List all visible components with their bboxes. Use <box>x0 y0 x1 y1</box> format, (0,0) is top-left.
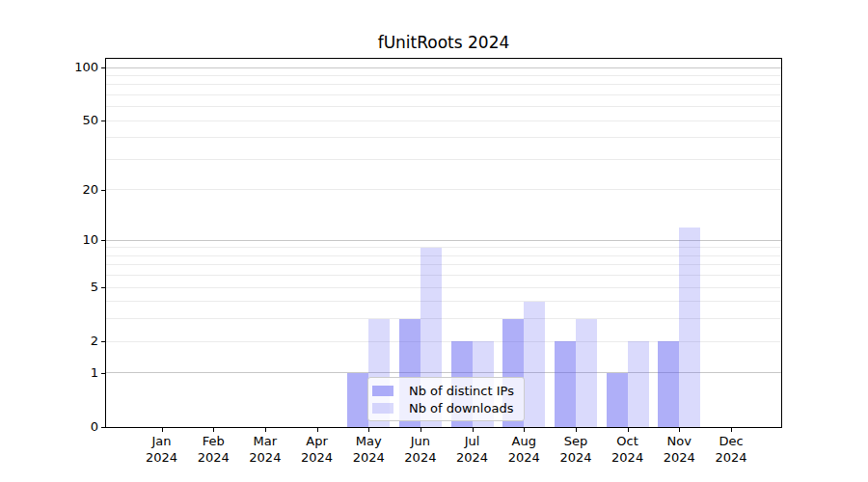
bar-nb-of-downloads-sep <box>576 319 597 427</box>
legend-swatch-distinct-ips <box>372 386 393 396</box>
legend-label-downloads: Nb of downloads <box>409 401 513 415</box>
y-tick-0 <box>101 427 106 428</box>
y-tick-100 <box>101 67 106 68</box>
y-tick-20 <box>101 190 106 191</box>
x-tick-label-oct: Oct 2024 <box>602 433 654 466</box>
bar-nb-of-distinct-ips-nov <box>658 341 679 427</box>
chart-title: fUnitRoots 2024 <box>106 33 781 52</box>
x-tick-label-sep: Sep 2024 <box>550 433 602 466</box>
y-tick-50 <box>101 120 106 121</box>
x-tick-mar <box>265 428 266 432</box>
y-tick-label-0: 0 <box>56 419 98 435</box>
y-tick-label-50: 50 <box>56 113 98 128</box>
legend: Nb of distinct IPs Nb of downloads <box>367 377 525 421</box>
bar-nb-of-distinct-ips-oct <box>607 373 628 427</box>
y-tick-label-100: 100 <box>56 60 98 75</box>
y-tick-10 <box>101 240 106 241</box>
x-tick-label-apr: Apr 2024 <box>291 433 343 466</box>
legend-item-distinct-ips: Nb of distinct IPs <box>372 383 518 398</box>
x-tick-feb <box>213 428 214 432</box>
y-tick-label-10: 10 <box>56 232 98 248</box>
bar-nb-of-distinct-ips-may <box>347 373 368 427</box>
x-tick-oct <box>628 428 629 432</box>
gridline-minor-70 <box>106 94 781 95</box>
x-tick-jul <box>473 428 474 432</box>
x-tick-dec <box>731 428 732 432</box>
bar-nb-of-downloads-aug <box>524 302 545 427</box>
x-tick-aug <box>524 428 525 432</box>
gridline-minor-30 <box>106 159 781 160</box>
x-tick-label-mar: Mar 2024 <box>239 433 291 466</box>
x-tick-may <box>368 428 369 432</box>
gridline-minor-20 <box>106 189 781 190</box>
x-tick-jan <box>162 428 163 432</box>
x-tick-apr <box>317 428 318 432</box>
figure: fUnitRoots 2024 Nb of distinct IPs Nb of… <box>0 0 868 482</box>
x-tick-label-dec: Dec 2024 <box>705 433 757 466</box>
plot-area <box>105 58 782 428</box>
y-tick-1 <box>101 373 106 374</box>
gridline-minor-90 <box>106 75 781 76</box>
x-tick-label-jun: Jun 2024 <box>394 433 447 466</box>
x-tick-jun <box>420 428 421 432</box>
bar-nb-of-downloads-nov <box>679 228 700 427</box>
y-tick-2 <box>101 341 106 342</box>
legend-item-downloads: Nb of downloads <box>372 400 518 415</box>
x-tick-label-feb: Feb 2024 <box>187 433 239 466</box>
x-tick-label-aug: Aug 2024 <box>498 433 550 466</box>
y-tick-label-2: 2 <box>56 334 98 349</box>
gridline-minor-60 <box>106 106 781 107</box>
x-tick-label-jul: Jul 2024 <box>447 433 499 466</box>
gridline-minor-80 <box>106 84 781 85</box>
legend-swatch-downloads <box>372 403 393 414</box>
x-tick-label-may: May 2024 <box>342 433 394 466</box>
gridline-major-100 <box>106 67 781 68</box>
x-tick-nov <box>679 428 680 432</box>
bar-nb-of-distinct-ips-sep <box>555 341 576 427</box>
y-tick-label-5: 5 <box>56 280 98 295</box>
y-tick-label-20: 20 <box>56 182 98 198</box>
x-tick-label-jan: Jan 2024 <box>136 433 188 466</box>
y-tick-label-1: 1 <box>56 365 98 381</box>
x-tick-label-nov: Nov 2024 <box>653 433 705 466</box>
y-tick-5 <box>101 287 106 288</box>
gridline-minor-50 <box>106 120 781 121</box>
legend-label-distinct-ips: Nb of distinct IPs <box>409 384 514 398</box>
gridline-minor-40 <box>106 137 781 138</box>
bar-nb-of-downloads-oct <box>628 341 649 427</box>
x-tick-sep <box>576 428 577 432</box>
